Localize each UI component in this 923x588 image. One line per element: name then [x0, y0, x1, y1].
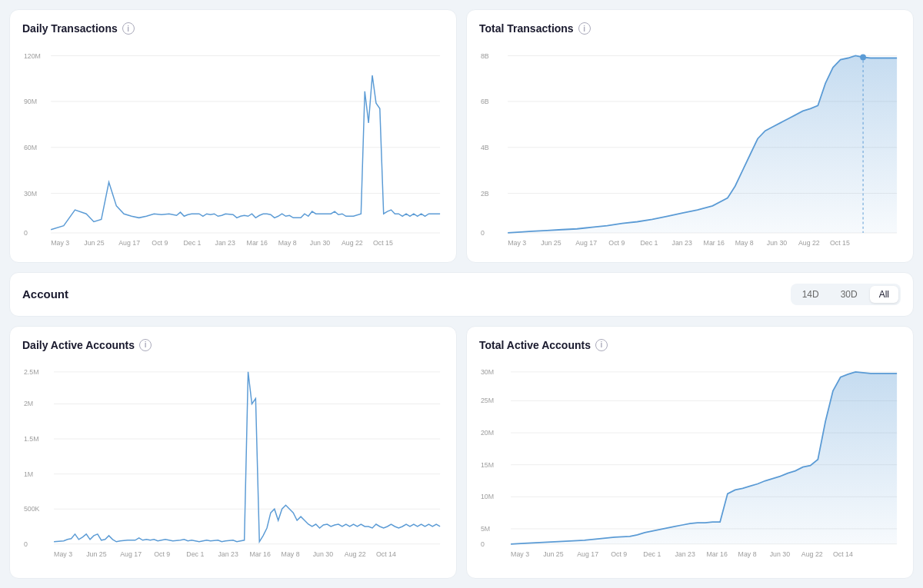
svg-text:Mar 16: Mar 16: [707, 550, 728, 557]
daily-transactions-label: Daily Transactions: [22, 22, 118, 35]
svg-text:Dec 1: Dec 1: [183, 239, 201, 247]
account-section-header: Account 14D 30D All: [9, 272, 914, 317]
svg-text:Oct 9: Oct 9: [154, 550, 170, 557]
btn-14d[interactable]: 14D: [793, 286, 828, 303]
daily-transactions-card: Daily Transactions i 120M 90M 60M 30M 0: [9, 9, 457, 263]
svg-text:Aug 22: Aug 22: [345, 550, 366, 557]
svg-text:30M: 30M: [481, 367, 494, 375]
svg-text:Aug 17: Aug 17: [577, 550, 598, 557]
svg-text:Oct 9: Oct 9: [611, 550, 627, 557]
total-active-accounts-label: Total Active Accounts: [479, 339, 591, 351]
svg-text:May 3: May 3: [511, 550, 529, 557]
daily-active-accounts-info-icon[interactable]: i: [139, 339, 152, 351]
daily-active-accounts-svg: 2.5M 2M 1.5M 1M 500K 0 May 3: [22, 360, 444, 566]
svg-text:0: 0: [481, 229, 485, 237]
svg-text:1M: 1M: [24, 470, 33, 477]
svg-text:2M: 2M: [24, 400, 33, 407]
svg-text:20M: 20M: [481, 429, 494, 437]
svg-text:2B: 2B: [481, 189, 489, 197]
svg-text:2.5M: 2.5M: [24, 367, 39, 375]
svg-text:Jun 30: Jun 30: [770, 550, 790, 557]
svg-text:Jun 25: Jun 25: [543, 550, 563, 557]
svg-text:Oct 9: Oct 9: [608, 239, 625, 247]
total-transactions-chart-area: 8B 6B 4B 2B 0: [479, 44, 901, 250]
svg-text:May 8: May 8: [738, 550, 757, 557]
svg-text:Jun 30: Jun 30: [767, 239, 787, 247]
svg-text:1.5M: 1.5M: [24, 434, 39, 442]
svg-text:Aug 22: Aug 22: [798, 239, 820, 247]
total-transactions-svg: 8B 6B 4B 2B 0: [479, 44, 901, 250]
btn-30d[interactable]: 30D: [831, 286, 867, 303]
svg-marker-84: [511, 371, 897, 543]
svg-text:0: 0: [24, 229, 28, 237]
svg-text:Aug 22: Aug 22: [801, 550, 823, 557]
svg-text:5M: 5M: [481, 524, 490, 532]
svg-text:25M: 25M: [481, 397, 494, 404]
svg-text:Aug 17: Aug 17: [575, 239, 597, 247]
bottom-charts-row: Daily Active Accounts i 2.5M 2M 1.5M 1M …: [9, 326, 914, 580]
daily-active-accounts-label: Daily Active Accounts: [22, 339, 135, 351]
svg-text:Dec 1: Dec 1: [186, 550, 204, 557]
total-active-accounts-svg: 30M 25M 20M 15M 10M 5M 0: [479, 360, 901, 566]
svg-text:Aug 17: Aug 17: [120, 550, 142, 557]
svg-text:Jun 30: Jun 30: [310, 239, 330, 247]
daily-transactions-title: Daily Transactions i: [22, 22, 444, 35]
svg-text:Jan 23: Jan 23: [675, 550, 695, 557]
svg-text:90M: 90M: [24, 98, 37, 105]
btn-all[interactable]: All: [870, 286, 898, 303]
daily-active-accounts-card: Daily Active Accounts i 2.5M 2M 1.5M 1M …: [9, 326, 457, 580]
svg-text:6B: 6B: [481, 98, 489, 105]
svg-text:120M: 120M: [24, 51, 41, 59]
svg-text:Jun 25: Jun 25: [541, 239, 561, 247]
total-transactions-card: Total Transactions i 8B 6B 4B 2B 0: [466, 9, 914, 263]
account-section-title: Account: [22, 287, 68, 301]
svg-text:Jan 23: Jan 23: [672, 239, 692, 247]
svg-text:8B: 8B: [481, 51, 489, 59]
daily-transactions-chart-area: 120M 90M 60M 30M 0 May 3 Jun 25: [22, 44, 444, 250]
svg-text:Oct 14: Oct 14: [833, 550, 853, 557]
svg-text:Mar 16: Mar 16: [704, 239, 725, 247]
svg-text:Aug 17: Aug 17: [118, 239, 140, 247]
svg-text:May 8: May 8: [735, 239, 754, 247]
svg-text:Oct 14: Oct 14: [376, 550, 396, 557]
total-active-accounts-info-icon[interactable]: i: [595, 339, 608, 351]
total-active-accounts-chart-area: 30M 25M 20M 15M 10M 5M 0: [479, 360, 901, 566]
svg-text:Dec 1: Dec 1: [640, 239, 658, 247]
svg-text:Oct 15: Oct 15: [373, 239, 393, 247]
svg-text:15M: 15M: [481, 460, 494, 468]
svg-text:Oct 9: Oct 9: [152, 239, 168, 247]
svg-text:Mar 16: Mar 16: [250, 550, 271, 557]
svg-text:Jun 25: Jun 25: [84, 239, 104, 247]
svg-text:4B: 4B: [481, 144, 489, 151]
svg-text:Mar 16: Mar 16: [247, 239, 268, 247]
total-active-accounts-card: Total Active Accounts i 30M 25M 20M 15M …: [466, 326, 914, 580]
page: Daily Transactions i 120M 90M 60M 30M 0: [0, 0, 923, 588]
svg-text:0: 0: [24, 540, 28, 547]
svg-point-33: [860, 54, 866, 60]
svg-text:May 3: May 3: [51, 239, 69, 247]
daily-transactions-info-icon[interactable]: i: [122, 22, 135, 35]
total-transactions-label: Total Transactions: [479, 22, 574, 35]
svg-text:Jan 23: Jan 23: [218, 550, 238, 557]
svg-text:60M: 60M: [24, 144, 37, 151]
svg-text:May 3: May 3: [508, 239, 526, 247]
svg-marker-31: [508, 55, 897, 232]
svg-text:10M: 10M: [481, 493, 494, 500]
total-transactions-info-icon[interactable]: i: [578, 22, 591, 35]
svg-text:Jan 23: Jan 23: [215, 239, 235, 247]
svg-text:Dec 1: Dec 1: [643, 550, 661, 557]
svg-text:May 8: May 8: [278, 239, 297, 247]
svg-text:500K: 500K: [24, 505, 40, 513]
svg-text:Jun 30: Jun 30: [313, 550, 333, 557]
daily-active-accounts-chart-area: 2.5M 2M 1.5M 1M 500K 0 May 3: [22, 360, 444, 566]
svg-text:30M: 30M: [24, 189, 37, 197]
top-charts-row: Daily Transactions i 120M 90M 60M 30M 0: [9, 9, 914, 263]
daily-transactions-svg: 120M 90M 60M 30M 0 May 3 Jun 25: [22, 44, 444, 250]
svg-text:Aug 22: Aug 22: [342, 239, 363, 247]
timeframe-button-group: 14D 30D All: [791, 284, 901, 305]
svg-text:0: 0: [481, 540, 485, 547]
total-active-accounts-title: Total Active Accounts i: [479, 339, 901, 351]
svg-text:Oct 15: Oct 15: [830, 239, 850, 247]
total-transactions-title: Total Transactions i: [479, 22, 901, 35]
daily-active-accounts-title: Daily Active Accounts i: [22, 339, 444, 351]
